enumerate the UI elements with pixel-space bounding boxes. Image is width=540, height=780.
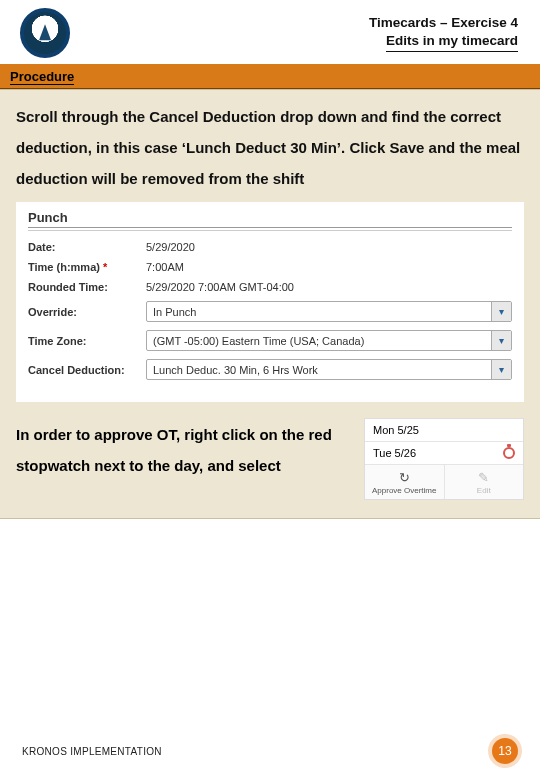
time-label: Time (h:mma) * [28, 261, 146, 273]
day-row-mon[interactable]: Mon 5/25 [365, 419, 523, 442]
approve-overtime-icon: ↻ [399, 471, 410, 484]
row-override: Override: In Punch ▾ [28, 301, 512, 322]
instruction-text: Scroll through the Cancel Deduction drop… [16, 102, 524, 194]
punch-form-title: Punch [28, 210, 512, 228]
edit-button[interactable]: ✎ Edit [445, 465, 524, 499]
context-actions: ↻ Approve Overtime ✎ Edit [365, 465, 523, 499]
approve-overtime-button[interactable]: ↻ Approve Overtime [365, 465, 445, 499]
override-label: Override: [28, 306, 146, 318]
date-value: 5/29/2020 [146, 241, 195, 253]
approve-row: In order to approve OT, right click on t… [16, 418, 524, 500]
day-label: Tue 5/26 [373, 447, 416, 459]
required-asterisk: * [103, 261, 107, 273]
override-value: In Punch [153, 306, 196, 318]
stopwatch-icon[interactable] [503, 447, 515, 459]
footer-text: KRONOS IMPLEMENTATION [22, 746, 162, 757]
chevron-down-icon: ▾ [491, 360, 511, 379]
rounded-label: Rounded Time: [28, 281, 146, 293]
title-line-1: Timecards – Exercise 4 [369, 14, 518, 32]
punch-form: Punch Date: 5/29/2020 Time (h:mma) * 7:0… [16, 202, 524, 402]
tz-value: (GMT -05:00) Eastern Time (USA; Canada) [153, 335, 364, 347]
pencil-icon: ✎ [478, 471, 489, 484]
row-date: Date: 5/29/2020 [28, 241, 512, 253]
page-footer: KRONOS IMPLEMENTATION 13 [22, 738, 518, 764]
override-select[interactable]: In Punch ▾ [146, 301, 512, 322]
approve-overtime-label: Approve Overtime [372, 486, 436, 495]
chevron-down-icon: ▾ [491, 331, 511, 350]
tz-select[interactable]: (GMT -05:00) Eastern Time (USA; Canada) … [146, 330, 512, 351]
section-bar: Procedure [0, 64, 540, 89]
row-time: Time (h:mma) * 7:00AM [28, 261, 512, 273]
content-block: Scroll through the Cancel Deduction drop… [0, 89, 540, 519]
day-row-tue[interactable]: Tue 5/26 [365, 442, 523, 465]
page-header: Timecards – Exercise 4 Edits in my timec… [0, 0, 540, 64]
edit-label: Edit [477, 486, 491, 495]
day-panel: Mon 5/25 Tue 5/26 ↻ Approve Overtime ✎ E… [364, 418, 524, 500]
state-seal-logo [20, 8, 70, 58]
page-title: Timecards – Exercise 4 Edits in my timec… [369, 14, 518, 51]
date-label: Date: [28, 241, 146, 253]
title-line-2: Edits in my timecard [386, 32, 518, 52]
row-rounded: Rounded Time: 5/29/2020 7:00AM GMT-04:00 [28, 281, 512, 293]
chevron-down-icon: ▾ [491, 302, 511, 321]
divider [28, 230, 512, 231]
row-cancel-deduction: Cancel Deduction: Lunch Deduc. 30 Min, 6… [28, 359, 512, 380]
row-timezone: Time Zone: (GMT -05:00) Eastern Time (US… [28, 330, 512, 351]
cancel-value: Lunch Deduc. 30 Min, 6 Hrs Work [153, 364, 318, 376]
rounded-value: 5/29/2020 7:00AM GMT-04:00 [146, 281, 294, 293]
section-label: Procedure [10, 69, 74, 85]
page-number-badge: 13 [492, 738, 518, 764]
approve-instruction: In order to approve OT, right click on t… [16, 418, 354, 482]
day-label: Mon 5/25 [373, 424, 419, 436]
tz-label: Time Zone: [28, 335, 146, 347]
cancel-label: Cancel Deduction: [28, 364, 146, 376]
cancel-deduction-select[interactable]: Lunch Deduc. 30 Min, 6 Hrs Work ▾ [146, 359, 512, 380]
time-value: 7:00AM [146, 261, 184, 273]
